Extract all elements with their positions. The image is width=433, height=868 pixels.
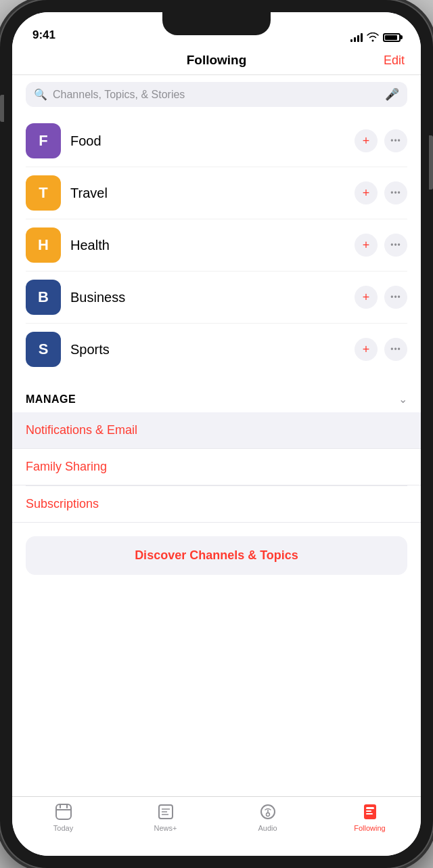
ellipsis-icon: •••	[390, 241, 401, 249]
following-icon	[361, 802, 380, 821]
business-actions: + •••	[355, 286, 407, 309]
settings-section: Notifications & Email Family Sharing Sub…	[12, 412, 421, 523]
food-actions: + •••	[355, 129, 407, 152]
status-time: 9:41	[32, 28, 55, 42]
sports-actions: + •••	[355, 338, 407, 361]
sports-more-button[interactable]: •••	[384, 338, 407, 361]
travel-label: Travel	[70, 186, 345, 201]
tab-today[interactable]: Today	[12, 802, 114, 832]
business-more-button[interactable]: •••	[384, 286, 407, 309]
plus-icon: +	[363, 343, 370, 355]
status-icons	[350, 32, 401, 42]
chevron-down-icon: ⌄	[398, 393, 407, 406]
sports-icon: S	[26, 332, 61, 367]
plus-icon: +	[363, 187, 370, 199]
battery-icon	[383, 33, 401, 42]
search-icon: 🔍	[34, 88, 47, 101]
svg-rect-12	[366, 807, 374, 809]
travel-actions: + •••	[355, 181, 407, 204]
page-title: Following	[187, 53, 247, 68]
audio-icon	[258, 802, 277, 821]
food-add-button[interactable]: +	[355, 129, 378, 152]
subscriptions-item[interactable]: Subscriptions	[12, 486, 421, 523]
list-item: T Travel + •••	[26, 167, 407, 219]
notch	[162, 12, 271, 35]
tab-newsplus-label: News+	[154, 824, 177, 832]
svg-rect-0	[56, 804, 71, 819]
tab-today-label: Today	[53, 824, 73, 832]
tab-audio-label: Audio	[258, 824, 277, 832]
side-button-right	[429, 135, 433, 190]
health-actions: + •••	[355, 234, 407, 257]
food-icon: F	[26, 123, 61, 158]
plus-icon: +	[363, 239, 370, 251]
business-label: Business	[70, 290, 345, 305]
microphone-icon[interactable]: 🎤	[385, 87, 399, 102]
topics-list: F Food + ••• T	[12, 115, 421, 375]
side-button-left	[0, 95, 4, 122]
svg-rect-14	[366, 813, 373, 815]
food-label: Food	[70, 133, 345, 149]
tab-following[interactable]: Following	[319, 802, 421, 832]
ellipsis-icon: •••	[390, 293, 401, 301]
travel-add-button[interactable]: +	[355, 181, 378, 204]
signal-bars-icon	[350, 32, 363, 42]
tab-following-label: Following	[354, 824, 385, 832]
plus-icon: +	[363, 291, 370, 303]
search-container: 🔍 Channels, Topics, & Stories 🎤	[12, 75, 421, 115]
edit-button[interactable]: Edit	[384, 53, 405, 68]
health-add-button[interactable]: +	[355, 234, 378, 257]
ellipsis-icon: •••	[390, 137, 401, 145]
notifications-item[interactable]: Notifications & Email	[12, 412, 421, 449]
health-more-button[interactable]: •••	[384, 234, 407, 257]
food-more-button[interactable]: •••	[384, 129, 407, 152]
nav-header: Following Edit	[12, 46, 421, 75]
svg-point-9	[266, 813, 269, 817]
sports-label: Sports	[70, 342, 345, 357]
travel-more-button[interactable]: •••	[384, 181, 407, 204]
travel-icon: T	[26, 175, 61, 211]
list-item: H Health + •••	[26, 219, 407, 272]
manage-title: MANAGE	[26, 393, 76, 406]
phone-screen: 9:41 F	[12, 12, 421, 856]
plus-icon: +	[363, 135, 370, 147]
health-label: Health	[70, 238, 345, 253]
wifi-icon	[367, 32, 379, 42]
tab-audio[interactable]: Audio	[216, 802, 319, 832]
business-icon: B	[26, 280, 61, 315]
business-add-button[interactable]: +	[355, 286, 378, 309]
search-input[interactable]: Channels, Topics, & Stories	[53, 89, 380, 101]
discover-button-label: Discover Channels & Topics	[135, 548, 298, 562]
tab-bar: Today News+	[12, 796, 421, 856]
ellipsis-icon: •••	[390, 345, 401, 353]
newsplus-icon	[156, 802, 175, 821]
svg-rect-13	[366, 810, 371, 812]
sports-add-button[interactable]: +	[355, 338, 378, 361]
phone-frame: 9:41 F	[0, 0, 433, 868]
content-area: Following Edit 🔍 Channels, Topics, & Sto…	[12, 46, 421, 796]
list-item: S Sports + •••	[26, 324, 407, 375]
ellipsis-icon: •••	[390, 189, 401, 197]
family-sharing-item[interactable]: Family Sharing	[12, 449, 421, 485]
health-icon: H	[26, 227, 61, 263]
today-icon	[54, 802, 73, 821]
manage-section[interactable]: MANAGE ⌄	[12, 381, 421, 412]
tab-newsplus[interactable]: News+	[114, 802, 216, 832]
discover-button[interactable]: Discover Channels & Topics	[26, 536, 407, 575]
search-bar[interactable]: 🔍 Channels, Topics, & Stories 🎤	[26, 82, 407, 107]
list-item: B Business + •••	[26, 272, 407, 324]
list-item: F Food + •••	[26, 115, 407, 167]
